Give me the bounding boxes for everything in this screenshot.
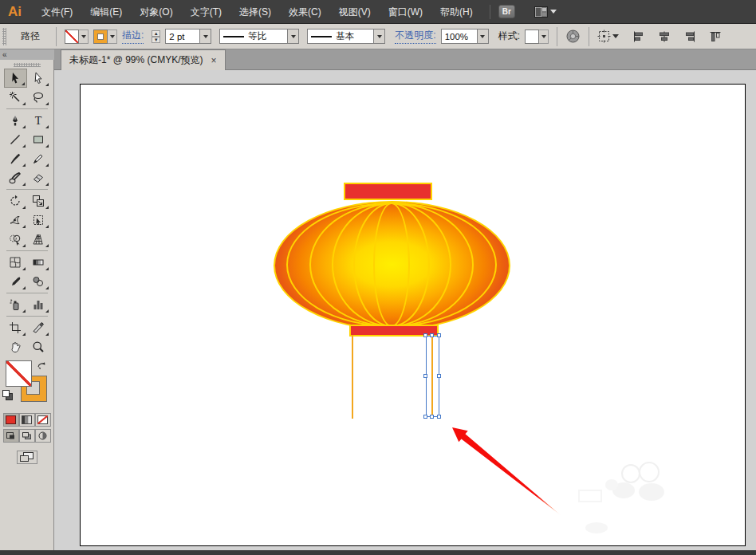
width-profile-dropdown[interactable]	[287, 30, 298, 43]
tool-lasso-button[interactable]	[27, 88, 50, 107]
selection-handle-bottom-right[interactable]	[437, 415, 441, 419]
tool-type-button[interactable]: T	[27, 111, 50, 130]
tool-perspective-grid-button[interactable]	[27, 230, 50, 249]
paintbrush-tool-icon	[9, 152, 22, 165]
recolor-artwork-button[interactable]	[565, 29, 581, 44]
align-right-button[interactable]	[683, 30, 697, 44]
tool-symbol-sprayer-button[interactable]	[4, 295, 27, 314]
stroke-panel-link[interactable]: 描边:	[122, 29, 144, 44]
selection-handle-top-left[interactable]	[423, 333, 427, 337]
panel-grip[interactable]	[14, 63, 41, 67]
collapse-panel-button[interactable]: «	[2, 50, 7, 59]
draw-normal-button[interactable]	[3, 429, 19, 443]
opacity-combo[interactable]: 100%	[441, 29, 489, 44]
menu-effect[interactable]: 效果(C)	[280, 0, 330, 24]
draw-behind-icon	[22, 431, 32, 440]
selection-handle-mid-left[interactable]	[423, 374, 427, 378]
none-button[interactable]	[35, 413, 51, 427]
tool-width-button[interactable]	[4, 211, 27, 230]
tool-eyedropper-button[interactable]	[4, 272, 27, 291]
style-control[interactable]	[525, 30, 549, 44]
screen-mode-button[interactable]	[17, 451, 37, 464]
tool-line-segment-button[interactable]	[4, 130, 27, 149]
menu-help[interactable]: 帮助(H)	[431, 0, 482, 24]
gradient-button[interactable]	[19, 413, 35, 427]
width-profile-combo[interactable]: 等比	[219, 29, 299, 44]
menu-view[interactable]: 视图(V)	[330, 0, 380, 24]
tool-pen-button[interactable]	[4, 111, 27, 130]
tool-mesh-button[interactable]	[4, 253, 27, 272]
tool-free-transform-button[interactable]	[27, 211, 50, 230]
menu-object[interactable]: 对象(O)	[131, 0, 181, 24]
menu-select[interactable]: 选择(S)	[230, 0, 280, 24]
tool-direct-selection-button[interactable]	[27, 69, 50, 88]
control-bar-grip[interactable]	[2, 28, 6, 45]
opacity-value[interactable]: 100%	[442, 32, 477, 41]
menu-edit[interactable]: 编辑(E)	[81, 0, 131, 24]
stroke-weight-dropdown[interactable]	[199, 30, 211, 43]
ai-logo: Ai	[8, 4, 22, 20]
fill-none-swatch-icon[interactable]	[65, 30, 79, 44]
selection-handle-bottom-left[interactable]	[423, 415, 427, 419]
selection-handle-mid-right[interactable]	[437, 374, 441, 378]
tool-shape-builder-button[interactable]	[4, 230, 27, 249]
tool-rectangle-button[interactable]	[27, 130, 50, 149]
tool-scale-button[interactable]	[27, 191, 50, 211]
tool-slice-button[interactable]	[27, 318, 50, 337]
canvas-area[interactable]	[54, 70, 756, 550]
selection-handle-bottom-mid[interactable]	[430, 415, 434, 419]
menu-file[interactable]: 文件(F)	[33, 0, 81, 24]
selection-handle-top-right[interactable]	[437, 333, 441, 337]
tool-blob-brush-button[interactable]	[4, 168, 27, 187]
tool-magic-wand-button[interactable]	[4, 88, 27, 107]
tool-column-graph-button[interactable]	[27, 295, 50, 314]
draw-behind-button[interactable]	[19, 429, 35, 443]
workspace-switcher-button[interactable]	[534, 6, 557, 18]
tool-artboard-button[interactable]	[4, 318, 27, 337]
tool-blend-button[interactable]	[27, 272, 50, 291]
tool-selection-button[interactable]	[4, 69, 27, 88]
tool-hand-button[interactable]	[4, 337, 27, 356]
panel-collapse-bar[interactable]: «	[0, 49, 54, 60]
opacity-panel-link[interactable]: 不透明度:	[395, 29, 435, 44]
opacity-dropdown[interactable]	[477, 30, 488, 43]
stroke-gold-swatch-icon[interactable]	[93, 30, 108, 44]
brush-dropdown[interactable]	[373, 30, 384, 43]
tool-eraser-button[interactable]	[27, 168, 50, 187]
fill-color-control[interactable]	[65, 30, 89, 44]
selection-handle-top-mid[interactable]	[430, 333, 434, 337]
bridge-button[interactable]: Br	[498, 5, 515, 18]
rotate-tool-icon	[9, 195, 22, 207]
brush-preview-icon	[311, 36, 332, 37]
style-swatch-icon[interactable]	[525, 30, 539, 44]
tool-rotate-button[interactable]	[4, 191, 27, 211]
fill-indicator[interactable]	[6, 360, 32, 387]
stroke-weight-value[interactable]: 2 pt	[166, 32, 199, 41]
default-fill-stroke-icon[interactable]	[2, 390, 13, 400]
fill-dropdown[interactable]	[79, 30, 89, 44]
draw-inside-button[interactable]	[35, 429, 51, 443]
brush-combo[interactable]: 基本	[307, 29, 385, 44]
style-dropdown[interactable]	[539, 30, 549, 44]
align-top-button[interactable]	[708, 30, 723, 44]
align-left-button[interactable]	[632, 30, 646, 44]
stroke-weight-stepper[interactable]: ▲▼	[152, 30, 160, 43]
direct-selection-tool-icon	[32, 72, 45, 85]
transform-reference-control[interactable]	[597, 30, 619, 43]
tool-gradient-button[interactable]	[27, 253, 50, 272]
close-tab-icon[interactable]: ×	[211, 56, 217, 65]
menu-type[interactable]: 文字(T)	[182, 0, 230, 24]
color-button[interactable]	[3, 413, 19, 427]
swap-fill-stroke-icon[interactable]	[36, 360, 47, 371]
document-tab[interactable]: 未标题-1* @ 99% (CMYK/预览) ×	[61, 49, 226, 70]
stroke-dropdown[interactable]	[108, 30, 117, 44]
align-center-button[interactable]	[657, 30, 671, 44]
drawing-modes-row	[0, 429, 53, 443]
tool-pencil-button[interactable]	[27, 149, 50, 168]
stroke-weight-combo[interactable]: 2 pt	[165, 29, 211, 44]
tool-paintbrush-button[interactable]	[4, 149, 27, 168]
menu-window[interactable]: 窗口(W)	[380, 0, 431, 24]
artboard-tool-icon	[9, 321, 22, 334]
tool-zoom-button[interactable]	[27, 337, 50, 356]
stroke-color-control[interactable]	[93, 30, 117, 44]
